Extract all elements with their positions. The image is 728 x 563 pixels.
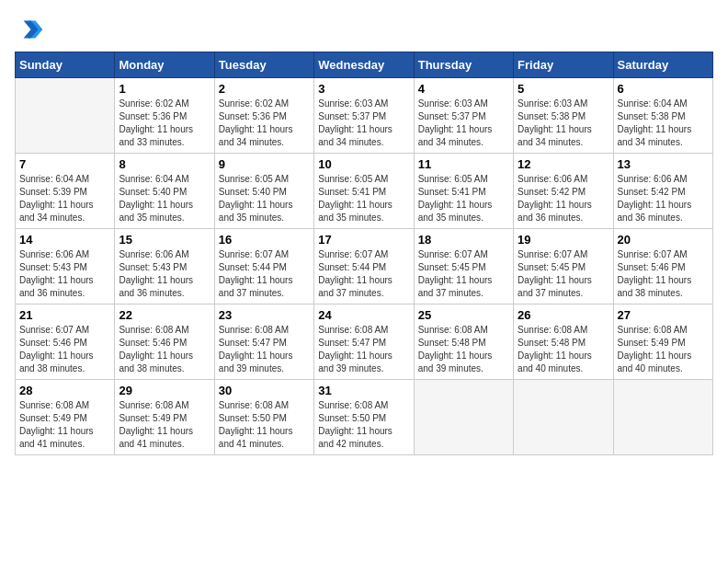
day-number: 18: [418, 233, 509, 247]
day-number: 8: [119, 157, 210, 171]
day-detail: Sunrise: 6:06 AM Sunset: 5:42 PM Dayligh…: [618, 173, 709, 224]
day-number: 25: [418, 308, 509, 322]
day-detail: Sunrise: 6:05 AM Sunset: 5:40 PM Dayligh…: [219, 173, 310, 224]
day-number: 23: [219, 308, 310, 322]
day-number: 4: [418, 82, 509, 96]
day-detail: Sunrise: 6:08 AM Sunset: 5:50 PM Dayligh…: [219, 399, 310, 451]
day-detail: Sunrise: 6:08 AM Sunset: 5:47 PM Dayligh…: [318, 324, 409, 375]
calendar-cell: 1Sunrise: 6:02 AM Sunset: 5:36 PM Daylig…: [115, 78, 214, 154]
calendar-cell: 10Sunrise: 6:05 AM Sunset: 5:41 PM Dayli…: [314, 154, 414, 229]
day-number: 29: [119, 384, 210, 397]
calendar-table: SundayMondayTuesdayWednesdayThursdayFrid…: [15, 52, 713, 455]
calendar-cell: 21Sunrise: 6:07 AM Sunset: 5:46 PM Dayli…: [16, 304, 115, 380]
calendar-cell: 8Sunrise: 6:04 AM Sunset: 5:40 PM Daylig…: [115, 154, 214, 229]
calendar-header-row: SundayMondayTuesdayWednesdayThursdayFrid…: [16, 52, 713, 78]
day-detail: Sunrise: 6:02 AM Sunset: 5:36 PM Dayligh…: [119, 98, 210, 149]
day-detail: Sunrise: 6:08 AM Sunset: 5:49 PM Dayligh…: [19, 399, 110, 451]
calendar-cell: 7Sunrise: 6:04 AM Sunset: 5:39 PM Daylig…: [16, 154, 115, 229]
header-day-wednesday: Wednesday: [314, 52, 414, 78]
logo: [15, 15, 46, 44]
day-detail: Sunrise: 6:05 AM Sunset: 5:41 PM Dayligh…: [318, 173, 409, 224]
day-number: 15: [119, 233, 210, 247]
calendar-cell: 4Sunrise: 6:03 AM Sunset: 5:37 PM Daylig…: [414, 78, 513, 154]
day-detail: Sunrise: 6:08 AM Sunset: 5:47 PM Dayligh…: [219, 324, 310, 375]
calendar-cell: 26Sunrise: 6:08 AM Sunset: 5:48 PM Dayli…: [514, 304, 613, 380]
day-number: 2: [219, 82, 310, 96]
day-number: 26: [518, 308, 609, 322]
day-number: 10: [318, 157, 409, 171]
calendar-cell: [414, 380, 513, 455]
calendar-cell: 12Sunrise: 6:06 AM Sunset: 5:42 PM Dayli…: [514, 154, 613, 229]
calendar-cell: [613, 380, 712, 455]
header-day-friday: Friday: [514, 52, 613, 78]
calendar-cell: 13Sunrise: 6:06 AM Sunset: 5:42 PM Dayli…: [613, 154, 712, 229]
calendar-cell: 27Sunrise: 6:08 AM Sunset: 5:49 PM Dayli…: [613, 304, 712, 380]
day-number: 31: [318, 384, 409, 397]
day-detail: Sunrise: 6:08 AM Sunset: 5:48 PM Dayligh…: [418, 324, 509, 375]
day-detail: Sunrise: 6:07 AM Sunset: 5:46 PM Dayligh…: [19, 324, 110, 375]
header-day-tuesday: Tuesday: [214, 52, 313, 78]
day-detail: Sunrise: 6:03 AM Sunset: 5:37 PM Dayligh…: [318, 98, 409, 149]
header-day-saturday: Saturday: [613, 52, 712, 78]
calendar-cell: 19Sunrise: 6:07 AM Sunset: 5:45 PM Dayli…: [514, 229, 613, 304]
day-detail: Sunrise: 6:07 AM Sunset: 5:46 PM Dayligh…: [618, 248, 709, 300]
day-detail: Sunrise: 6:06 AM Sunset: 5:43 PM Dayligh…: [119, 248, 210, 300]
calendar-cell: [16, 78, 115, 154]
day-number: 28: [19, 384, 110, 397]
day-detail: Sunrise: 6:08 AM Sunset: 5:48 PM Dayligh…: [518, 324, 609, 375]
day-detail: Sunrise: 6:04 AM Sunset: 5:40 PM Dayligh…: [119, 173, 210, 224]
day-detail: Sunrise: 6:03 AM Sunset: 5:37 PM Dayligh…: [418, 98, 509, 149]
day-detail: Sunrise: 6:08 AM Sunset: 5:50 PM Dayligh…: [318, 399, 409, 451]
day-detail: Sunrise: 6:06 AM Sunset: 5:43 PM Dayligh…: [19, 248, 110, 300]
day-number: 27: [618, 308, 709, 322]
day-detail: Sunrise: 6:08 AM Sunset: 5:49 PM Dayligh…: [119, 399, 210, 451]
logo-icon: [15, 15, 44, 44]
calendar-cell: 11Sunrise: 6:05 AM Sunset: 5:41 PM Dayli…: [414, 154, 513, 229]
day-number: 6: [618, 82, 709, 96]
week-row-2: 7Sunrise: 6:04 AM Sunset: 5:39 PM Daylig…: [16, 154, 713, 229]
calendar-cell: 5Sunrise: 6:03 AM Sunset: 5:38 PM Daylig…: [514, 78, 613, 154]
day-number: 1: [119, 82, 210, 96]
day-number: 5: [518, 82, 609, 96]
day-number: 21: [19, 308, 110, 322]
calendar-cell: 17Sunrise: 6:07 AM Sunset: 5:44 PM Dayli…: [314, 229, 414, 304]
day-number: 7: [19, 157, 110, 171]
day-detail: Sunrise: 6:07 AM Sunset: 5:45 PM Dayligh…: [518, 248, 609, 300]
day-detail: Sunrise: 6:07 AM Sunset: 5:45 PM Dayligh…: [418, 248, 509, 300]
day-detail: Sunrise: 6:02 AM Sunset: 5:36 PM Dayligh…: [219, 98, 310, 149]
day-number: 24: [318, 308, 409, 322]
calendar-cell: 22Sunrise: 6:08 AM Sunset: 5:46 PM Dayli…: [115, 304, 214, 380]
day-number: 3: [318, 82, 409, 96]
day-number: 20: [618, 233, 709, 247]
calendar-cell: 18Sunrise: 6:07 AM Sunset: 5:45 PM Dayli…: [414, 229, 513, 304]
calendar-cell: 3Sunrise: 6:03 AM Sunset: 5:37 PM Daylig…: [314, 78, 414, 154]
week-row-5: 28Sunrise: 6:08 AM Sunset: 5:49 PM Dayli…: [16, 380, 713, 455]
calendar-cell: 15Sunrise: 6:06 AM Sunset: 5:43 PM Dayli…: [115, 229, 214, 304]
day-detail: Sunrise: 6:05 AM Sunset: 5:41 PM Dayligh…: [418, 173, 509, 224]
day-number: 13: [618, 157, 709, 171]
day-detail: Sunrise: 6:06 AM Sunset: 5:42 PM Dayligh…: [518, 173, 609, 224]
day-number: 19: [518, 233, 609, 247]
day-number: 12: [518, 157, 609, 171]
calendar-cell: 2Sunrise: 6:02 AM Sunset: 5:36 PM Daylig…: [214, 78, 313, 154]
day-number: 11: [418, 157, 509, 171]
calendar-cell: 31Sunrise: 6:08 AM Sunset: 5:50 PM Dayli…: [314, 380, 414, 455]
day-number: 30: [219, 384, 310, 397]
day-detail: Sunrise: 6:08 AM Sunset: 5:46 PM Dayligh…: [119, 324, 210, 375]
day-detail: Sunrise: 6:04 AM Sunset: 5:38 PM Dayligh…: [618, 98, 709, 149]
day-number: 16: [219, 233, 310, 247]
week-row-3: 14Sunrise: 6:06 AM Sunset: 5:43 PM Dayli…: [16, 229, 713, 304]
calendar-cell: 14Sunrise: 6:06 AM Sunset: 5:43 PM Dayli…: [16, 229, 115, 304]
day-detail: Sunrise: 6:07 AM Sunset: 5:44 PM Dayligh…: [219, 248, 310, 300]
day-detail: Sunrise: 6:07 AM Sunset: 5:44 PM Dayligh…: [318, 248, 409, 300]
calendar-cell: 16Sunrise: 6:07 AM Sunset: 5:44 PM Dayli…: [214, 229, 313, 304]
week-row-4: 21Sunrise: 6:07 AM Sunset: 5:46 PM Dayli…: [16, 304, 713, 380]
calendar-cell: 29Sunrise: 6:08 AM Sunset: 5:49 PM Dayli…: [115, 380, 214, 455]
calendar-cell: 28Sunrise: 6:08 AM Sunset: 5:49 PM Dayli…: [16, 380, 115, 455]
header-day-sunday: Sunday: [16, 52, 115, 78]
calendar-cell: 25Sunrise: 6:08 AM Sunset: 5:48 PM Dayli…: [414, 304, 513, 380]
calendar-cell: 6Sunrise: 6:04 AM Sunset: 5:38 PM Daylig…: [613, 78, 712, 154]
calendar-cell: 30Sunrise: 6:08 AM Sunset: 5:50 PM Dayli…: [214, 380, 313, 455]
day-detail: Sunrise: 6:04 AM Sunset: 5:39 PM Dayligh…: [19, 173, 110, 224]
header: [15, 15, 713, 44]
